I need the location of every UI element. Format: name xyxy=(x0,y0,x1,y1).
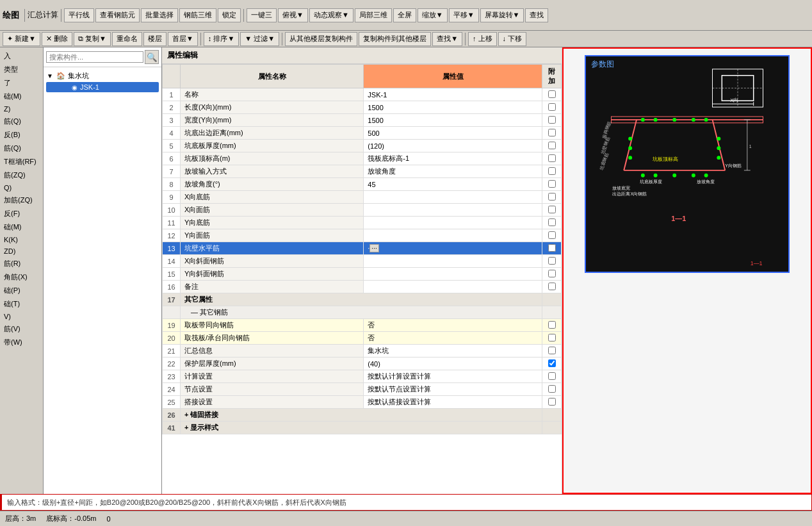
table-row[interactable]: 20 取筏板/承台同向钢筋 否 xyxy=(163,332,562,345)
cell-value[interactable]: 1500 xyxy=(364,101,542,114)
left-item-jx[interactable]: 角筋(X) xyxy=(1,271,42,283)
table-row[interactable]: 15 Y向斜面钢筋 xyxy=(163,268,562,281)
attach-checkbox[interactable] xyxy=(548,167,556,175)
attach-checkbox[interactable] xyxy=(548,257,556,265)
props-table[interactable]: 属性名称 属性值 附加 1 名称 JSK-1 2 长度(X向)(mm) 1500 xyxy=(162,64,562,494)
cell-value[interactable]: 按默认节点设置计算 xyxy=(364,383,542,396)
attach-checkbox[interactable] xyxy=(548,283,556,290)
table-row[interactable]: 8 放坡角度(°) 45 xyxy=(163,178,562,191)
attach-checkbox[interactable] xyxy=(548,347,556,354)
table-row[interactable]: 12 Y向面筋 xyxy=(163,229,562,242)
cell-value[interactable]: 放坡角度 xyxy=(364,165,542,178)
cell-value[interactable] xyxy=(364,229,542,242)
btn-floor-select[interactable]: 首层▼ xyxy=(168,32,198,46)
left-item-k[interactable]: K(K) xyxy=(1,234,42,245)
left-item-q[interactable]: Q) xyxy=(1,183,42,193)
table-row[interactable]: 26 + 锚固搭接 xyxy=(163,409,562,422)
left-item-fb[interactable]: 反(B) xyxy=(1,129,42,141)
table-row[interactable]: 3 宽度(Y向)(mm) 1500 xyxy=(163,114,562,127)
btn-filter[interactable]: ▼ 过滤▼ xyxy=(240,32,279,46)
left-item-jjzq[interactable]: 加筋(ZQ) xyxy=(1,194,42,206)
left-item-jzq[interactable]: 筋(ZQ) xyxy=(1,169,42,181)
table-row[interactable]: 13 坑壁水平筋 ···· xyxy=(163,242,562,255)
btn-fullscreen[interactable]: 全屏 xyxy=(393,8,416,22)
cell-value[interactable] xyxy=(364,191,542,204)
btn-down[interactable]: ↓ 下移 xyxy=(498,32,527,46)
btn-floor[interactable]: 楼层 xyxy=(143,32,166,46)
table-row[interactable]: — 其它钢筋 xyxy=(163,306,562,319)
cell-value[interactable]: 1500 xyxy=(364,114,542,127)
attach-checkbox[interactable] xyxy=(548,142,556,149)
table-row[interactable]: 11 Y向底筋 xyxy=(163,217,562,229)
cell-value[interactable]: 否 xyxy=(364,332,542,345)
btn-local-3d[interactable]: 局部三维 xyxy=(355,8,392,22)
left-item-fm[interactable]: 础(M) xyxy=(1,90,42,103)
attach-checkbox[interactable] xyxy=(548,359,556,367)
attach-checkbox[interactable] xyxy=(548,218,556,226)
left-item-jr[interactable]: 筋(R) xyxy=(1,258,42,270)
attach-checkbox[interactable] xyxy=(548,180,556,188)
btn-zoom[interactable]: 缩放▼ xyxy=(418,8,448,22)
left-item-jv[interactable]: 筋(V) xyxy=(1,323,42,335)
btn-one-key[interactable]: 一键三 xyxy=(247,8,277,22)
btn-copy[interactable]: ⧉ 复制▼ xyxy=(74,32,111,46)
attach-checkbox[interactable] xyxy=(548,385,556,393)
left-item-ru[interactable]: 入 xyxy=(1,50,42,62)
btn-batch-select[interactable]: 批量选择 xyxy=(141,8,178,22)
cell-value[interactable]: JSK-1 xyxy=(364,88,542,101)
table-row[interactable]: 4 坑底出边距离(mm) 500 xyxy=(163,127,562,140)
left-item-cm[interactable]: 础(M) xyxy=(1,221,42,233)
left-item-type[interactable]: 类型 xyxy=(1,63,42,76)
left-item-z[interactable]: Z) xyxy=(1,104,42,114)
attach-checkbox[interactable] xyxy=(548,129,556,136)
search-input[interactable] xyxy=(46,51,143,63)
btn-rotate[interactable]: 屏幕旋转▼ xyxy=(480,8,524,22)
table-row[interactable]: 17 其它属性 xyxy=(163,293,562,306)
tree-item-jsk1[interactable]: ◉ JSK-1 xyxy=(46,82,159,92)
search-button[interactable]: 🔍 xyxy=(145,50,159,64)
btn-pan[interactable]: 平移▼ xyxy=(449,8,479,22)
table-row[interactable]: 19 取板带同向钢筋 否 xyxy=(163,319,562,332)
attach-checkbox[interactable] xyxy=(548,398,556,406)
btn-new[interactable]: ✦ 新建▼ xyxy=(3,32,40,46)
cell-value[interactable] xyxy=(364,281,542,293)
table-row[interactable]: 21 汇总信息 集水坑 xyxy=(163,345,562,358)
btn-rename[interactable]: 重命名 xyxy=(112,32,142,46)
table-row[interactable]: 1 名称 JSK-1 xyxy=(163,88,562,101)
table-row[interactable]: 14 X向斜面钢筋 xyxy=(163,255,562,268)
cell-value[interactable] xyxy=(364,217,542,229)
btn-copy-to-floor[interactable]: 复制构件到其他楼层 xyxy=(359,32,431,46)
cell-value[interactable]: 按默认搭接设置计算 xyxy=(364,396,542,409)
cell-value[interactable]: 筏板底标高-1 xyxy=(364,152,542,165)
left-item-dw[interactable]: 带(W) xyxy=(1,336,42,349)
left-item-le[interactable]: 了 xyxy=(1,77,42,89)
cell-value[interactable] xyxy=(364,255,542,268)
cell-value[interactable]: (120) xyxy=(364,140,542,152)
cell-value[interactable]: 否 xyxy=(364,319,542,332)
table-row[interactable]: 10 X向面筋 xyxy=(163,204,562,217)
table-row[interactable]: 5 坑底板厚度(mm) (120) xyxy=(163,140,562,152)
btn-dynamic[interactable]: 动态观察▼ xyxy=(309,8,353,22)
table-row[interactable]: 23 计算设置 按默认计算设置计算 xyxy=(163,370,562,383)
btn-rebar-3d[interactable]: 钢筋三维 xyxy=(179,8,216,22)
cell-value[interactable] xyxy=(364,204,542,217)
btn-parallel[interactable]: 平行线 xyxy=(64,8,94,22)
attach-checkbox[interactable] xyxy=(548,334,556,341)
left-item-zd[interactable]: ZD) xyxy=(1,246,42,256)
table-row[interactable]: 6 坑板顶标高(m) 筏板底标高-1 xyxy=(163,152,562,165)
attach-checkbox[interactable] xyxy=(548,321,556,329)
btn-lock[interactable]: 锁定 xyxy=(218,8,241,22)
left-item-fq2[interactable]: 筋(Q) xyxy=(1,142,42,154)
attach-checkbox[interactable] xyxy=(548,193,556,201)
attach-checkbox[interactable] xyxy=(548,231,556,239)
table-row[interactable]: 2 长度(X向)(mm) 1500 xyxy=(163,101,562,114)
table-row[interactable]: 24 节点设置 按默认节点设置计算 xyxy=(163,383,562,396)
left-item-ct[interactable]: 础(T) xyxy=(1,298,42,310)
cell-value[interactable]: ···· xyxy=(364,242,542,255)
cell-value[interactable]: 按默认计算设置计算 xyxy=(364,370,542,383)
cell-value[interactable]: (40) xyxy=(364,358,542,370)
table-row[interactable]: 41 + 显示样式 xyxy=(163,422,562,434)
left-item-cp[interactable]: 础(P) xyxy=(1,284,42,297)
table-row[interactable]: 22 保护层厚度(mm) (40) xyxy=(163,358,562,370)
attach-checkbox[interactable] xyxy=(548,270,556,277)
